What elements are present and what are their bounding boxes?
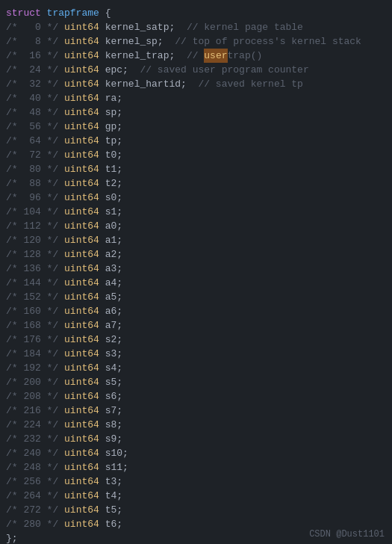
field-line: /* 256 */ uint64 t3; — [0, 475, 392, 489]
struct-header-line: struct trapframe { — [0, 6, 392, 20]
field-line: /* 80 */ uint64 t1; — [0, 162, 392, 176]
field-line: /* 128 */ uint64 a2; — [0, 247, 392, 262]
field-line: /* 208 */ uint64 s6; — [0, 389, 392, 404]
closing-brace: }; — [6, 531, 18, 544]
field-line: /* 88 */ uint64 t2; — [0, 176, 392, 191]
field-line: /* 112 */ uint64 a0; — [0, 219, 392, 233]
field-line: /* 224 */ uint64 s8; — [0, 418, 392, 432]
open-brace: { — [105, 6, 111, 20]
field-line: /* 160 */ uint64 a6; — [0, 304, 392, 318]
field-line: /* 56 */ uint64 gp; — [0, 120, 392, 134]
field-line: /* 168 */ uint64 a7; — [0, 318, 392, 333]
fields-container: /* 0 */ uint64 kernel_satp; // kernel pa… — [0, 20, 392, 531]
field-line: /* 232 */ uint64 s9; — [0, 432, 392, 446]
field-line: /* 96 */ uint64 s0; — [0, 191, 392, 205]
field-line: /* 248 */ uint64 s11; — [0, 460, 392, 475]
field-line: /* 144 */ uint64 a4; — [0, 276, 392, 290]
field-line: /* 48 */ uint64 sp; — [0, 105, 392, 120]
field-line: /* 120 */ uint64 a1; — [0, 233, 392, 247]
field-line: /* 32 */ uint64 kernel_hartid; // saved … — [0, 77, 392, 91]
field-line: /* 272 */ uint64 t5; — [0, 503, 392, 517]
field-line: /* 192 */ uint64 s4; — [0, 361, 392, 375]
field-line: /* 152 */ uint64 a5; — [0, 290, 392, 304]
struct-name: trapframe — [47, 6, 105, 20]
field-line: /* 176 */ uint64 s2; — [0, 333, 392, 347]
field-line: /* 64 */ uint64 tp; — [0, 134, 392, 148]
field-line: /* 184 */ uint64 s3; — [0, 347, 392, 361]
field-line: /* 8 */ uint64 kernel_sp; // top of proc… — [0, 34, 392, 49]
footer: CSDN @Dust1101 — [309, 529, 385, 540]
field-line: /* 264 */ uint64 t4; — [0, 489, 392, 503]
field-line: /* 200 */ uint64 s5; — [0, 375, 392, 389]
field-line: /* 136 */ uint64 a3; — [0, 262, 392, 276]
field-line: /* 40 */ uint64 ra; — [0, 91, 392, 105]
code-block: struct trapframe { /* 0 */ uint64 kernel… — [0, 0, 392, 544]
struct-keyword: struct — [6, 6, 47, 20]
field-line: /* 104 */ uint64 s1; — [0, 205, 392, 219]
field-line: /* 24 */ uint64 epc; // saved user progr… — [0, 63, 392, 77]
field-line: /* 16 */ uint64 kernel_trap; // usertrap… — [0, 49, 392, 63]
field-line: /* 240 */ uint64 s10; — [0, 446, 392, 460]
field-line: /* 72 */ uint64 t0; — [0, 148, 392, 162]
field-line: /* 216 */ uint64 s7; — [0, 404, 392, 418]
field-line: /* 0 */ uint64 kernel_satp; // kernel pa… — [0, 20, 392, 34]
